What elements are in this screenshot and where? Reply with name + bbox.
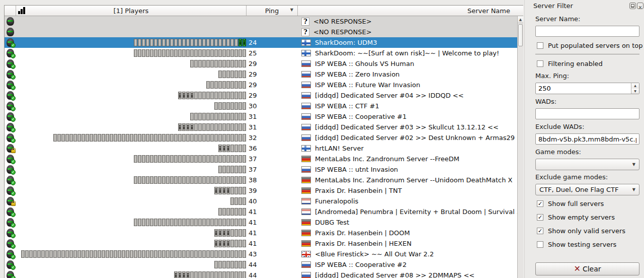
server-row[interactable]: ✓43<Blue Firestick> ~~ All Out War 2.2 <box>5 249 518 259</box>
player-slot <box>218 155 222 163</box>
player-slot <box>230 250 234 258</box>
server-row[interactable]: 40Funeralopolis <box>5 196 518 206</box>
player-slot <box>234 240 238 247</box>
server-row[interactable]: ?<NO RESPONSE> <box>5 27 518 37</box>
server-row[interactable]: ✓37MentaLabs Inc. Zandronum Server --Fre… <box>5 154 518 164</box>
player-slot <box>190 271 194 278</box>
player-slot <box>234 113 238 120</box>
server-row[interactable]: ✓41[Andromeda] Penumbra | Eviternity + B… <box>5 206 518 217</box>
server-row[interactable]: ✓29ISP WEBA :: Future War Invasion <box>5 80 518 90</box>
server-row[interactable]: ✓25SharkDoom: ~~[Surf at own risk]~~ | W… <box>5 48 518 58</box>
scroll-up-button[interactable]: ▲ <box>518 16 523 23</box>
max-ping-input[interactable] <box>536 85 631 92</box>
game-modes-combobox[interactable]: ▼ <box>535 159 639 170</box>
server-name: ISP WEBA :: Cooperative #2 <box>315 261 407 268</box>
player-slot <box>218 145 222 152</box>
player-slot <box>194 60 198 67</box>
player-slot <box>206 134 210 142</box>
server-ok-icon: ✓ <box>7 102 14 110</box>
server-name-filter-input[interactable] <box>535 26 639 37</box>
ping-value: 37 <box>247 166 298 173</box>
server-row[interactable]: ✓38MentaLabs Inc. Zandronum Server --Uni… <box>5 175 518 185</box>
server-row[interactable]: ✓29ISP WEBA :: Zero Invasion <box>5 69 518 80</box>
unknown-server-icon: ? <box>301 18 309 26</box>
server-row[interactable]: ✓29[iddqd] Dedicated Server #04 >> IDDQD… <box>5 90 518 101</box>
spin-up-button[interactable]: ▲ <box>631 83 639 89</box>
separator-line <box>535 54 639 54</box>
column-header-ping[interactable]: Ping ▼ <box>247 6 298 16</box>
player-slot <box>230 176 234 184</box>
dock-splitter[interactable] <box>524 0 525 278</box>
column-header-status[interactable] <box>5 6 16 16</box>
wads-input[interactable] <box>535 108 639 119</box>
scrollbar-thumb[interactable] <box>518 24 523 46</box>
player-slot <box>243 261 246 268</box>
player-slot <box>138 250 141 258</box>
column-header-server-name[interactable]: Server Name <box>298 6 523 16</box>
player-slot <box>226 208 230 216</box>
check-badge-icon: ✓ <box>11 64 16 69</box>
exclude-wads-input[interactable] <box>535 133 639 145</box>
player-slot <box>218 71 222 78</box>
player-slot <box>166 134 170 142</box>
server-row[interactable]: ✓41Praxis Dr. Hasenbein | HEXEN <box>5 238 518 249</box>
player-slot <box>214 240 218 247</box>
server-row[interactable]: ✓32[iddqd] Dedicated Server #02 >> Dest … <box>5 132 518 143</box>
player-slot <box>86 250 89 258</box>
player-slot <box>238 240 242 247</box>
server-row[interactable]: ✓37ISP WEBA :: utnt Invasion <box>5 164 518 175</box>
checkbox-filtering-enabled[interactable]: Filtering enabled <box>537 60 603 67</box>
server-row[interactable]: 36hrtLAN! Server <box>5 143 518 154</box>
player-slot <box>146 49 149 57</box>
player-slot <box>174 176 178 184</box>
spin-down-button[interactable]: ▼ <box>631 89 639 94</box>
clear-label: Clear <box>583 265 601 273</box>
server-row[interactable]: ✓30ISP WEBA :: CTF #1 <box>5 101 518 111</box>
check-badge-icon: ✓ <box>11 180 16 185</box>
server-row[interactable]: ✓41DUBG Test <box>5 217 518 228</box>
server-row[interactable]: ✓44ISP WEBA :: Cooperative #2 <box>5 259 518 270</box>
player-slot <box>194 134 198 142</box>
player-slot <box>186 39 190 46</box>
player-slot <box>238 92 242 99</box>
checkbox-populated-on-top[interactable]: Put populated servers on top <box>537 42 643 49</box>
server-row[interactable]: ✓44[iddqd] Dedicated Server #08 >> 2DMMA… <box>5 270 518 278</box>
dock-close-button[interactable]: ✕ <box>637 3 643 9</box>
checkbox-show-full-servers[interactable]: ✓Show full servers <box>537 200 604 207</box>
server-row[interactable]: ✓24SharkDoom: UDM3 <box>5 37 518 48</box>
player-slot <box>202 134 206 142</box>
checkbox-show-empty-servers[interactable]: ✓Show empty servers <box>537 214 615 221</box>
column-header-players[interactable]: [1] Players <box>16 6 247 16</box>
server-row[interactable]: ✓39Praxis Dr. Hasenbein | TNT <box>5 185 518 196</box>
checkbox-label: Put populated servers on top <box>548 42 643 49</box>
player-slot <box>234 81 238 89</box>
player-slot <box>178 123 182 131</box>
server-row[interactable]: ✓31[iddqd] Dedicated Server #03 >> Skull… <box>5 122 518 132</box>
dock-float-button[interactable] <box>629 3 636 9</box>
player-slot <box>210 81 214 89</box>
checkbox-show-only-valid-servers[interactable]: ✓Show only valid servers <box>537 227 625 235</box>
player-slot <box>218 123 222 131</box>
player-slot <box>194 113 198 120</box>
player-slot <box>134 49 137 57</box>
player-slot <box>150 134 153 142</box>
server-name: MentaLabs Inc. Zandronum Server --FreeDM <box>315 155 459 163</box>
player-slot <box>146 134 149 142</box>
server-row[interactable]: ?<NO RESPONSE> <box>5 16 518 27</box>
player-slot <box>226 113 230 120</box>
checkbox-show-testing-servers[interactable]: Show testing servers <box>537 241 616 248</box>
exclude-game-modes-combobox[interactable]: CTF, Duel, One Flag CTF ▼ <box>535 184 639 195</box>
player-slot <box>138 39 141 46</box>
player-slot <box>230 71 234 78</box>
check-badge-icon: ✓ <box>11 254 16 259</box>
player-slot <box>162 49 166 57</box>
server-row[interactable]: ✓29ISP WEBA :: Ghouls VS Human <box>5 58 518 69</box>
player-slot <box>150 176 153 184</box>
ping-value: 32 <box>247 134 298 142</box>
server-row[interactable]: ✓31ISP WEBA :: Cooperative #1 <box>5 111 518 122</box>
server-row[interactable]: ✓41Praxis Dr. Hasenbein | DOOM <box>5 228 518 238</box>
clear-button[interactable]: ✕ Clear <box>535 262 639 275</box>
server-ok-icon: ✓ <box>7 186 14 195</box>
vertical-scrollbar[interactable]: ▲ <box>517 16 523 278</box>
server-name: ISP WEBA :: Zero Invasion <box>315 71 399 78</box>
